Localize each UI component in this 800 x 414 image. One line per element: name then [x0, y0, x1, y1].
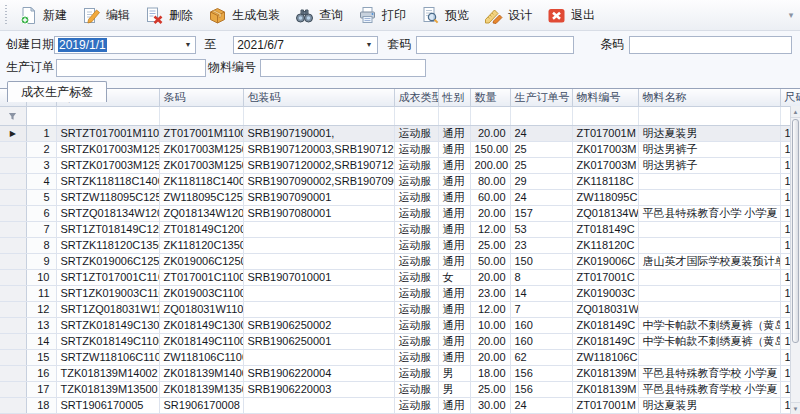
cell-material_no[interactable]: ZK019003C — [572, 285, 638, 301]
cell-taoma[interactable]: SRT1ZT017001C11000 — [56, 269, 159, 285]
cell-order_no[interactable]: 62 — [510, 349, 572, 365]
cell-tiaoma[interactable]: ZK019003C11000 — [159, 285, 243, 301]
cell-gender[interactable]: 通用 — [438, 253, 470, 269]
cell-type[interactable]: 运动服 — [394, 125, 438, 141]
toolbar-grip[interactable] — [5, 5, 7, 25]
cell-baozhuangma[interactable]: SRB1907080001 — [243, 205, 394, 221]
cell-tiaoma[interactable]: ZT018149C12000 — [159, 221, 243, 237]
cell-tiaoma[interactable]: ZK118120C13502 — [159, 237, 243, 253]
cell-order_no[interactable]: 23 — [510, 237, 572, 253]
cell-baozhuangma[interactable] — [243, 349, 394, 365]
cell-gender[interactable]: 通用 — [438, 333, 470, 349]
cell-gender[interactable]: 男 — [438, 365, 470, 381]
cell-order_no[interactable]: 53 — [510, 221, 572, 237]
cell-taoma[interactable]: SRTZW118106C11000 — [56, 349, 159, 365]
cell-taoma[interactable]: TZK018139M13500 — [56, 381, 159, 397]
row-indicator-cell[interactable] — [0, 301, 26, 317]
table-row[interactable]: 17TZK018139M13500ZK018139M13500SRB190622… — [0, 381, 800, 397]
barcode-input[interactable] — [629, 36, 792, 54]
row-number-cell[interactable]: 15 — [26, 349, 56, 365]
cell-taoma[interactable]: SRTZK019006C12500 — [56, 253, 159, 269]
cell-tiaoma[interactable]: ZK018149C13000 — [159, 317, 243, 333]
filter-cell[interactable] — [572, 106, 638, 125]
cell-order_no[interactable]: 156 — [510, 365, 572, 381]
cell-taoma[interactable]: SRTZQ018134W12000 — [56, 205, 159, 221]
row-number-cell[interactable]: 16 — [26, 365, 56, 381]
cell-type[interactable]: 运动服 — [394, 141, 438, 157]
cell-qty[interactable]: 25.00 — [470, 237, 510, 253]
chevron-down-icon[interactable]: ▼ — [181, 38, 194, 52]
cell-tiaoma[interactable]: ZK017003M12500 — [159, 157, 243, 173]
cell-gender[interactable]: 通用 — [438, 141, 470, 157]
cell-gender[interactable]: 通用 — [438, 125, 470, 141]
created-from-combobox[interactable]: 2019/1/1 ▼ — [54, 36, 196, 54]
cell-order_no[interactable]: 160 — [510, 317, 572, 333]
set-code-input[interactable] — [416, 36, 574, 54]
row-indicator-cell[interactable] — [0, 173, 26, 189]
filter-cell[interactable] — [243, 106, 394, 125]
cell-baozhuangma[interactable]: SRB1906250002 — [243, 317, 394, 333]
cell-order_no[interactable]: 156 — [510, 381, 572, 397]
cell-baozhuangma[interactable] — [243, 285, 394, 301]
row-indicator-cell[interactable] — [0, 349, 26, 365]
cell-baozhuangma[interactable]: SRB1906250001 — [243, 333, 394, 349]
cell-material_no[interactable]: ZT017001M — [572, 397, 638, 413]
cell-tiaoma[interactable]: ZW118106C11000 — [159, 349, 243, 365]
row-indicator-cell[interactable] — [0, 397, 26, 413]
cell-order_no[interactable]: 157 — [510, 205, 572, 221]
cell-tiaoma[interactable]: SR1906170008 — [159, 397, 243, 413]
cell-type[interactable]: 运动服 — [394, 157, 438, 173]
cell-order_no[interactable]: 25 — [510, 157, 572, 173]
table-row[interactable]: 3SRTZK017003M12500ZK017003M12500SRB19071… — [0, 157, 800, 173]
cell-material_name[interactable] — [638, 301, 780, 317]
column-header-size[interactable]: 尺码 — [780, 89, 800, 106]
column-header-material-no[interactable]: 物料编号 — [572, 89, 638, 106]
filter-cell[interactable] — [510, 106, 572, 125]
cell-order_no[interactable]: 14 — [510, 285, 572, 301]
cell-type[interactable]: 运动服 — [394, 285, 438, 301]
table-row[interactable]: 2SRTZK017003M12500ZK017003M12500SRB19071… — [0, 141, 800, 157]
row-number-cell[interactable]: 11 — [26, 285, 56, 301]
cell-material_no[interactable]: ZK018139M — [572, 365, 638, 381]
column-header-material-name[interactable]: 物料名称 — [638, 89, 780, 106]
cell-gender[interactable]: 通用 — [438, 237, 470, 253]
cell-material_no[interactable]: ZT017001C — [572, 269, 638, 285]
cell-gender[interactable]: 通用 — [438, 349, 470, 365]
cell-type[interactable]: 运动服 — [394, 317, 438, 333]
cell-tiaoma[interactable]: ZT017001M11002 — [159, 125, 243, 141]
cell-type[interactable]: 运动服 — [394, 269, 438, 285]
edit-button[interactable]: 编辑 — [76, 2, 139, 28]
row-indicator-cell[interactable] — [0, 317, 26, 333]
table-row[interactable]: 4SRTZK118118C14000ZK118118C14000SRB19070… — [0, 173, 800, 189]
cell-material_no[interactable]: ZK018149C — [572, 317, 638, 333]
filter-cell[interactable] — [638, 106, 780, 125]
row-number-cell[interactable]: 14 — [26, 333, 56, 349]
cell-baozhuangma[interactable] — [243, 301, 394, 317]
vertical-scrollbar[interactable]: ▲ ▼ — [790, 106, 800, 414]
filter-cell[interactable] — [26, 106, 56, 125]
row-number-cell[interactable]: 12 — [26, 301, 56, 317]
cell-baozhuangma[interactable]: SRB1907120002,SRB1907120005, — [243, 157, 394, 173]
cell-tiaoma[interactable]: ZQ018031W11000 — [159, 301, 243, 317]
created-to-combobox[interactable]: 2021/6/7 ▼ — [233, 36, 377, 54]
cell-material_no[interactable]: ZK019006C — [572, 253, 638, 269]
cell-material_no[interactable]: ZK017003M — [572, 141, 638, 157]
cell-baozhuangma[interactable] — [243, 221, 394, 237]
cell-tiaoma[interactable]: ZK118118C14000 — [159, 173, 243, 189]
cell-qty[interactable]: 20.00 — [470, 349, 510, 365]
column-header-garment-type[interactable]: 成衣类型 — [394, 89, 438, 106]
cell-type[interactable]: 运动服 — [394, 301, 438, 317]
cell-qty[interactable]: 20.00 — [470, 333, 510, 349]
cell-gender[interactable]: 男 — [438, 381, 470, 397]
cell-material_no[interactable]: ZT018149C — [572, 221, 638, 237]
material-no-input[interactable] — [260, 59, 426, 77]
cell-material_name[interactable]: 中学卡帕款不刺绣夏裤（黄岛店） — [638, 333, 780, 349]
cell-type[interactable]: 运动服 — [394, 333, 438, 349]
generate-package-button[interactable]: 生成包装 — [202, 2, 289, 28]
cell-gender[interactable]: 通用 — [438, 205, 470, 221]
cell-material_name[interactable] — [638, 189, 780, 205]
cell-material_name[interactable] — [638, 173, 780, 189]
toolbar-overflow-chevron-icon[interactable]: ▾ — [785, 7, 797, 23]
cell-type[interactable]: 运动服 — [394, 349, 438, 365]
cell-qty[interactable]: 200.00 — [470, 157, 510, 173]
